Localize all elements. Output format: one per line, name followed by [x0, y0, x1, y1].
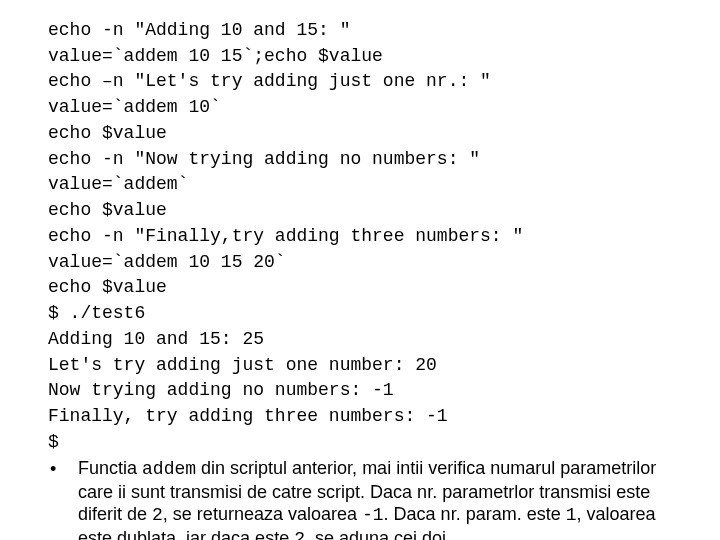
code-line: echo $value — [48, 275, 680, 301]
code-line: value=`addem 10` — [48, 95, 680, 121]
code-line: echo -n "Adding 10 and 15: " — [48, 18, 680, 44]
code-line: echo –n "Let's try adding just one nr.: … — [48, 69, 680, 95]
desc-text: . Daca nr. param. este — [384, 504, 566, 524]
code-line: value=`addem` — [48, 172, 680, 198]
inline-code: addem — [142, 459, 196, 479]
inline-code: 1 — [566, 505, 577, 525]
code-line: $ ./test6 — [48, 301, 680, 327]
code-line: echo $value — [48, 121, 680, 147]
slide-content: echo -n "Adding 10 and 15: " value=`adde… — [0, 0, 720, 540]
bullet-glyph: • — [48, 457, 78, 483]
code-line: $ — [48, 430, 680, 456]
desc-text: , se returneaza valoarea — [163, 504, 362, 524]
code-line: Finally, try adding three numbers: -1 — [48, 404, 680, 430]
inline-code: -1 — [362, 505, 384, 525]
code-line: echo -n "Now trying adding no numbers: " — [48, 147, 680, 173]
desc-text: , se aduna cei doi. — [305, 528, 451, 540]
bullet-item: • Functia addem din scriptul anterior, m… — [48, 457, 680, 540]
inline-code: 2 — [152, 505, 163, 525]
code-line: value=`addem 10 15 20` — [48, 250, 680, 276]
code-line: echo -n "Finally,try adding three number… — [48, 224, 680, 250]
description-text: Functia addem din scriptul anterior, mai… — [78, 457, 680, 540]
code-line: Let's try adding just one number: 20 — [48, 353, 680, 379]
code-line: Now trying adding no numbers: -1 — [48, 378, 680, 404]
inline-code: 2 — [294, 529, 305, 540]
code-line: Adding 10 and 15: 25 — [48, 327, 680, 353]
code-line: echo $value — [48, 198, 680, 224]
code-line: value=`addem 10 15`;echo $value — [48, 44, 680, 70]
desc-text: Functia — [78, 458, 142, 478]
